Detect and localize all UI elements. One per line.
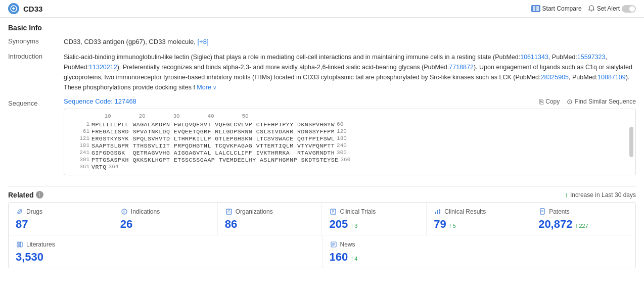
stat-item[interactable]: Clinical Results 79 ↑5 xyxy=(427,203,531,235)
pubmed3-link[interactable]: 11320212 xyxy=(89,64,117,71)
stat-value: 205 xyxy=(329,218,348,231)
intro-more-link[interactable]: More ∨ xyxy=(197,84,216,91)
stat-label-row: News xyxy=(330,240,629,249)
stat-item[interactable]: Patents 20,872 ↑227 xyxy=(531,203,635,235)
svg-rect-3 xyxy=(533,6,535,11)
stat-item[interactable]: Literatures 3,530 xyxy=(9,235,323,268)
sequence-line: 241GIFGDGSGK QETRAGVVHG AIGGAGVTAL LALCL… xyxy=(70,150,629,156)
stat-label-row: Drugs xyxy=(16,208,106,216)
pubmed2-link[interactable]: 15597323 xyxy=(577,54,606,61)
svg-rect-17 xyxy=(435,212,436,214)
svg-text:⚕: ⚕ xyxy=(122,209,125,214)
stat-item[interactable]: Clinical Trials 205 ↑3 xyxy=(322,203,427,235)
sequence-row: Sequence Sequence Code: 127468 ⎘ Copy ⊙ … xyxy=(8,97,636,175)
stats-row-2: Literatures 3,530 News 160 ↑4 xyxy=(9,235,635,268)
seq-line-end: 240 xyxy=(337,142,347,149)
seq-line-data: PTTGSASPKH QKKSKLHGPT ETSSCSSGAAP TVEMDE… xyxy=(91,157,338,163)
introduction-value: Sialic-acid-binding immunoglobulin-like … xyxy=(64,52,636,92)
stat-value-row: 20,872 ↑227 xyxy=(538,218,628,231)
stat-value-row: 26 xyxy=(120,218,210,231)
copy-icon: ⎘ xyxy=(539,97,543,106)
header: CD33 Start Compare Set Alert xyxy=(0,0,644,18)
find-similar-button[interactable]: ⊙ Find Similar Sequence xyxy=(567,97,636,106)
drugs-icon xyxy=(16,208,24,216)
logo-icon xyxy=(8,3,19,14)
sequence-ruler: 10 20 30 40 50 xyxy=(90,113,629,119)
stat-value: 79 xyxy=(434,218,446,231)
stat-item[interactable]: News 160 ↑4 xyxy=(323,235,636,268)
seq-line-data: ERGSTKYSYK SPQLSVHVTD LTHRPKILLP GTLEPGH… xyxy=(91,135,335,142)
introduction-label: Introduction xyxy=(8,52,64,92)
stat-value-row: 3,530 xyxy=(16,251,315,264)
seq-line-end: 180 xyxy=(337,135,347,141)
synonyms-value: CD33, CD33 antigen (gp67), CD33 molecule… xyxy=(64,37,636,47)
alert-toggle[interactable] xyxy=(622,5,636,13)
start-compare-button[interactable]: Start Compare xyxy=(531,5,582,12)
set-alert-button[interactable]: Set Alert xyxy=(588,5,636,13)
stat-value: 160 xyxy=(330,251,348,264)
news-icon xyxy=(330,240,338,249)
seq-line-data: FREGAIISRD SPVATNKLDQ EVQEETQGRF RLLGDPS… xyxy=(91,128,335,135)
stat-value: 26 xyxy=(120,218,132,231)
alert-icon xyxy=(588,5,595,12)
seq-line-end: 300 xyxy=(337,150,347,156)
patents-icon xyxy=(538,208,546,216)
seq-line-end: 60 xyxy=(337,121,343,127)
related-title: Related xyxy=(8,191,34,199)
stats-row-1: Drugs 87 ⚕ Indications 26 Organizations … xyxy=(9,203,635,235)
sequence-actions: ⎘ Copy ⊙ Find Similar Sequence xyxy=(539,97,636,106)
pubmed4-link[interactable]: 7718872 xyxy=(449,64,474,71)
stat-value: 3,530 xyxy=(16,251,43,264)
indications-icon: ⚕ xyxy=(120,208,128,216)
stat-value-row: 205 ↑3 xyxy=(329,218,419,231)
sequence-code[interactable]: Sequence Code: 127468 xyxy=(64,97,136,105)
increase-arrow-icon: ↑ xyxy=(565,191,568,199)
stat-item[interactable]: Organizations 86 xyxy=(218,203,323,235)
sequence-line: 121ERGSTKYSYK SPQLSVHVTD LTHRPKILLP GTLE… xyxy=(70,135,629,142)
seq-line-num: 301 xyxy=(70,157,89,163)
related-title-row: Related i xyxy=(8,191,43,199)
stat-label-row: Patents xyxy=(538,208,628,216)
delta-arrow-icon: ↑ xyxy=(449,222,452,229)
stat-label-row: ⚕ Indications xyxy=(120,208,210,216)
organizations-icon xyxy=(225,208,233,216)
synonyms-label: Synonyms xyxy=(8,37,64,47)
stat-label: Literatures xyxy=(26,241,55,248)
copy-button[interactable]: ⎘ Copy xyxy=(539,97,560,106)
delta-arrow-icon: ↑ xyxy=(575,222,578,229)
sequence-header: Sequence Code: 127468 ⎘ Copy ⊙ Find Simi… xyxy=(64,97,636,106)
seq-line-end: 360 xyxy=(340,157,350,163)
seq-line-num: 181 xyxy=(70,142,89,149)
synonyms-row: Synonyms CD33, CD33 antigen (gp67), CD33… xyxy=(8,37,636,47)
stat-item[interactable]: ⚕ Indications 26 xyxy=(113,203,218,235)
sequence-line: 181SAAPTSLGPR TTHSSVLIIT PRPQDHGTNL TCQV… xyxy=(70,142,629,149)
stat-label: Indications xyxy=(131,208,160,215)
seq-line-data: VRTQ xyxy=(91,164,107,170)
header-actions: Start Compare Set Alert xyxy=(531,5,636,13)
stat-label-row: Clinical Trials xyxy=(329,208,419,216)
stat-label: Patents xyxy=(549,208,570,215)
related-header: Related i ↑ Increase in Last 30 days xyxy=(8,186,636,202)
clinical-trials-icon xyxy=(329,208,337,216)
stat-label: Organizations xyxy=(236,208,273,215)
stats-container: Drugs 87 ⚕ Indications 26 Organizations … xyxy=(8,202,636,268)
stat-item[interactable]: Drugs 87 xyxy=(9,203,113,235)
pubmed1-link[interactable]: 10611343 xyxy=(520,54,548,61)
stat-value: 87 xyxy=(16,218,28,231)
related-info-icon[interactable]: i xyxy=(36,191,43,199)
stat-value-row: 87 xyxy=(16,218,106,231)
pubmed6-link[interactable]: 10887109 xyxy=(597,74,626,81)
scroll-indicator[interactable] xyxy=(629,127,633,157)
related-section: Related i ↑ Increase in Last 30 days Dru… xyxy=(0,186,644,268)
sequence-label: Sequence xyxy=(8,97,64,107)
seq-line-num: 61 xyxy=(70,128,89,134)
svg-rect-19 xyxy=(439,209,440,214)
pubmed5-link[interactable]: 28325905 xyxy=(540,74,569,81)
seq-line-num: 121 xyxy=(70,135,89,141)
stat-label-row: Organizations xyxy=(225,208,315,216)
stat-label: Drugs xyxy=(26,208,42,215)
basic-info-title: Basic Info xyxy=(8,24,636,32)
synonyms-more-link[interactable]: [+8] xyxy=(197,38,208,45)
stat-label-row: Literatures xyxy=(16,240,315,249)
stat-label-row: Clinical Results xyxy=(434,208,524,216)
